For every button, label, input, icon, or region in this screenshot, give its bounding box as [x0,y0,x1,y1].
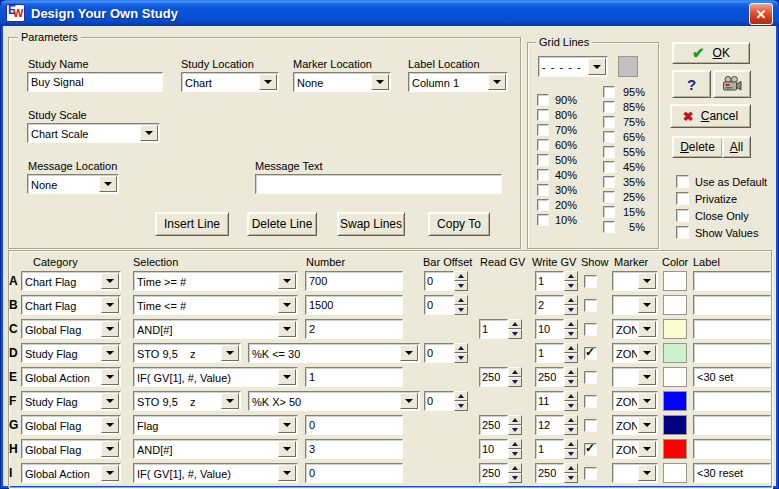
marker-dropdown[interactable] [612,367,658,387]
dropdown-button[interactable] [101,465,119,481]
marker-dropdown[interactable]: ZON [612,415,658,435]
bar-offset-spinner-input[interactable] [424,271,454,291]
gridline-option[interactable]: 55% [603,144,645,159]
dropdown-button[interactable] [638,345,656,361]
color-swatch[interactable] [663,415,687,435]
gridline-checkbox[interactable] [603,176,615,188]
marker-dropdown[interactable]: ZON [612,343,658,363]
close-only-checkbox[interactable]: Close Only [676,209,749,222]
gridline-checkbox[interactable] [537,154,549,166]
read-gv-spinner-input[interactable] [479,415,508,435]
read-gv-spinner-input[interactable] [479,319,508,339]
gridline-checkbox[interactable] [603,206,615,218]
color-swatch[interactable] [663,367,687,387]
write-gv-spinner-input[interactable] [535,391,564,411]
spinner-down-button[interactable] [564,377,578,387]
dropdown-button[interactable] [278,465,296,481]
insert-line-button[interactable]: Insert Line [155,212,229,236]
number-input[interactable] [305,295,403,315]
checkbox-box[interactable] [676,226,689,239]
gridline-checkbox[interactable] [603,101,615,113]
write-gv-spinner-input[interactable] [535,367,564,387]
spinner-up-button[interactable] [508,367,522,377]
spinner-up-button[interactable] [564,415,578,425]
read-gv-spinner-input[interactable] [479,367,508,387]
spinner-down-button[interactable] [564,473,578,483]
checkbox-box[interactable] [676,175,689,188]
dropdown-button[interactable] [638,273,656,289]
dropdown-button[interactable] [221,393,239,409]
category-dropdown[interactable]: Global Action [21,463,121,483]
dropdown-button[interactable] [638,441,656,457]
gridline-checkbox[interactable] [603,191,615,203]
number-input[interactable] [305,463,403,483]
spinner-up-button[interactable] [564,271,578,281]
gridline-option[interactable]: 85% [603,99,645,114]
label-input[interactable] [693,463,771,483]
dropdown-button[interactable] [638,465,656,481]
gridline-option[interactable]: 50% [537,152,577,167]
show-checkbox[interactable] [584,395,597,408]
gridline-option[interactable]: 25% [603,189,645,204]
dropdown-button[interactable] [278,321,296,337]
show-values-checkbox[interactable]: Show Values [676,226,758,239]
spinner-up-button[interactable] [564,439,578,449]
marker-dropdown[interactable]: ZON [612,391,658,411]
color-swatch[interactable] [663,295,687,315]
copy-to-button[interactable]: Copy To [428,212,490,236]
bar-offset-spinner-input[interactable] [424,391,454,411]
marker-location-dropdown[interactable]: None [293,72,391,92]
spinner-up-button[interactable] [454,343,468,353]
spinner-down-button[interactable] [508,425,522,435]
dropdown-button[interactable] [101,321,119,337]
checkbox-box[interactable] [676,192,689,205]
gridline-checkbox[interactable] [537,124,549,136]
dropdown-button[interactable] [101,345,119,361]
gridline-option[interactable]: 90% [537,92,577,107]
selection-dropdown[interactable]: AND[#] [133,319,298,339]
show-checkbox[interactable] [584,467,597,480]
show-checkbox[interactable] [584,275,597,288]
number-input[interactable] [305,319,403,339]
dropdown-button[interactable] [400,345,418,361]
dropdown-button[interactable] [638,393,656,409]
swap-lines-button[interactable]: Swap Lines [337,212,405,236]
marker-dropdown[interactable]: ZON [612,319,658,339]
dropdown-button[interactable] [101,441,119,457]
gridline-option[interactable]: 30% [537,182,577,197]
spinner-down-button[interactable] [564,281,578,291]
gridline-option[interactable]: 80% [537,107,577,122]
spinner-up-button[interactable] [564,319,578,329]
help-button[interactable]: ? [672,70,711,98]
write-gv-spinner-input[interactable] [535,415,564,435]
write-gv-spinner-input[interactable] [535,463,564,483]
gridline-checkbox[interactable] [603,116,615,128]
dropdown-button[interactable] [101,273,119,289]
label-input[interactable] [693,439,771,459]
label-input[interactable] [693,367,771,387]
show-checkbox[interactable] [584,347,597,360]
label-input[interactable] [693,319,771,339]
spinner-up-button[interactable] [454,295,468,305]
spinner-up-button[interactable] [508,439,522,449]
label-input[interactable] [693,415,771,435]
dropdown-button[interactable] [371,74,389,90]
spinner-up-button[interactable] [508,319,522,329]
gridline-option[interactable]: 95% [603,84,645,99]
spinner-down-button[interactable] [564,329,578,339]
cancel-button[interactable]: ✖ Cancel [670,104,751,128]
gridline-option[interactable]: 35% [603,174,645,189]
spinner-up-button[interactable] [508,463,522,473]
camera-button[interactable] [713,70,751,98]
selection-dropdown[interactable]: Flag [133,415,298,435]
dropdown-button[interactable] [400,393,418,409]
delete-line-button[interactable]: Delete Line [247,212,317,236]
dropdown-button[interactable] [638,297,656,313]
write-gv-spinner-input[interactable] [535,343,564,363]
show-checkbox[interactable] [584,323,597,336]
write-gv-spinner-input[interactable] [535,271,564,291]
dropdown-button[interactable] [638,369,656,385]
category-dropdown[interactable]: Global Flag [21,415,121,435]
color-swatch[interactable] [663,391,687,411]
dropdown-button[interactable] [221,345,239,361]
